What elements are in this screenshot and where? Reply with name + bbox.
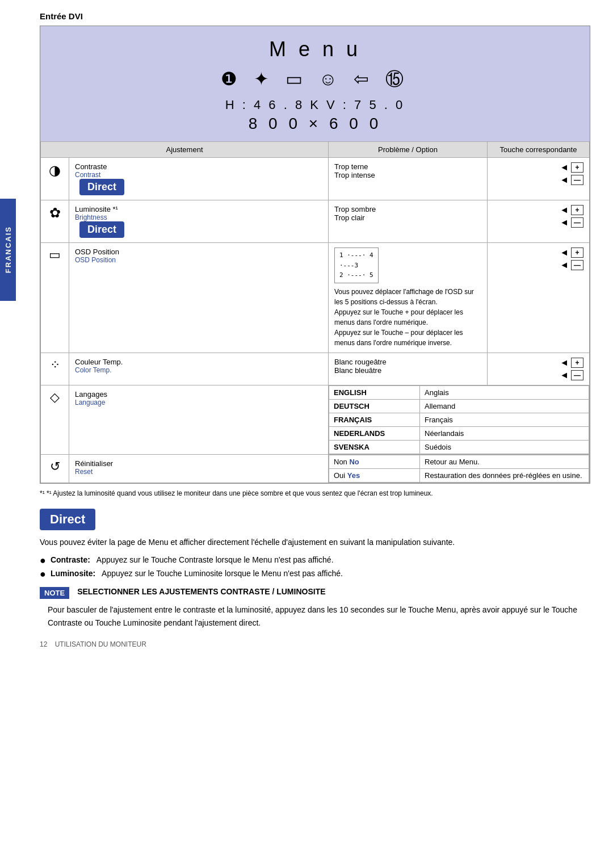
- page-title: Entrée DVI: [40, 11, 590, 21]
- osd-position-grid: 1 ·---· 4 ·---3 2 ·---· 5: [334, 248, 379, 283]
- footnote-text: *¹ Ajustez la luminosité quand vous util…: [47, 489, 433, 497]
- direct-section: Direct Vous pouvez éviter la page de Men…: [40, 509, 590, 629]
- table-row: ◑ Contraste Contrast Direct Trop terne T…: [41, 158, 590, 200]
- osd-cell: OSD Position OSD Position: [69, 243, 329, 353]
- contrast-plus-btn[interactable]: +: [571, 162, 583, 173]
- bullet-contraste-text: Contraste: Appuyez sur le Touche Contras…: [51, 555, 334, 565]
- lang-val-francais: Français: [420, 413, 589, 426]
- brightness-arrow-plus: ◄: [560, 205, 569, 215]
- reset-icon: ↺: [41, 454, 69, 483]
- table-row: ↺ Réinitialiser Reset Non No Retour au M…: [41, 454, 590, 483]
- footer-label: UTILISATION DU MONITEUR: [55, 640, 146, 648]
- menu-icons: ❶ ✦ ▭ ☺ ⇦ ⑮: [46, 67, 584, 92]
- note-label: NOTE: [40, 587, 69, 599]
- contrast-icon: ◑: [41, 158, 69, 200]
- footnote: *¹ *¹ Ajustez la luminosité quand vous u…: [40, 489, 590, 497]
- sidebar-label: FRANCAIS: [4, 226, 12, 273]
- table-row: ▭ OSD Position OSD Position 1 ·---· 4 ·-…: [41, 243, 590, 353]
- table-row: ✿ Luminosite *¹ Brightness Direct Trop s…: [41, 200, 590, 243]
- reset-cell: Réinitialiser Reset: [69, 454, 329, 483]
- menu-header: M e n u ❶ ✦ ▭ ☺ ⇦ ⑮ H : 4 6 . 8 K V : 7 …: [40, 26, 590, 141]
- brightness-minus-btn[interactable]: —: [571, 217, 583, 228]
- osd-label: OSD Position: [75, 248, 322, 256]
- contrast-problems: Trop terne Trop intense: [329, 158, 488, 200]
- list-item: Oui Yes Restauration des données pré-rég…: [329, 468, 589, 482]
- menu-table: Ajustement Problème / Option Touche corr…: [40, 141, 590, 483]
- reset-label: Réinitialiser: [75, 459, 322, 468]
- menu-title: M e n u: [46, 37, 584, 61]
- osd-icon: ▭: [41, 243, 69, 353]
- osd-description: Vous pouvez déplacer l'affichage de l'OS…: [334, 287, 481, 348]
- list-item: Non No Retour au Menu.: [329, 455, 589, 468]
- lang-key-svenska: SVENSKA: [329, 440, 420, 454]
- bullet-dot-2: ●: [40, 569, 46, 579]
- colortemp-arrow-plus: ◄: [560, 358, 569, 368]
- footnote-star: *¹: [40, 489, 45, 497]
- note-title: SELECTIONNER LES AJUSTEMENTS CONTRASTE /…: [77, 587, 325, 596]
- list-item: FRANÇAIS Français: [329, 413, 589, 426]
- reset-non: Non No: [329, 455, 420, 468]
- lang-key-francais: FRANÇAIS: [329, 413, 420, 426]
- lang-val-nederlands: Néerlandais: [420, 426, 589, 440]
- osd-minus-btn[interactable]: —: [571, 260, 583, 270]
- language-sublabel: Language: [75, 399, 322, 406]
- direct-title-btn: Direct: [40, 509, 95, 530]
- contrast-minus-btn[interactable]: —: [571, 175, 583, 185]
- bullet-dot-1: ●: [40, 555, 46, 565]
- table-row: ⁘ Couleur Temp. Color Temp. Blanc rougeâ…: [41, 353, 590, 385]
- footer-page: 12: [40, 640, 47, 648]
- brightness-icon: ✿: [41, 200, 69, 243]
- menu-freq: H : 4 6 . 8 K V : 7 5 . 0: [46, 98, 584, 112]
- language-icon: ◇: [41, 385, 69, 454]
- brightness-controls: ◄ + ◄ —: [488, 200, 590, 243]
- list-item: NEDERLANDS Néerlandais: [329, 426, 589, 440]
- contrast-controls: ◄ + ◄ —: [488, 158, 590, 200]
- contrast-arrow-minus: ◄: [560, 175, 569, 185]
- colortemp-sublabel: Color Temp.: [75, 366, 322, 374]
- language-options: ENGLISH Anglais DEUTSCH Allemand FRANÇAI…: [329, 385, 590, 454]
- colortemp-plus-btn[interactable]: +: [571, 358, 583, 368]
- contrast-direct-btn: Direct: [79, 179, 124, 195]
- list-item: ENGLISH Anglais: [329, 385, 589, 399]
- osd-controls: ◄ + ◄ —: [488, 243, 590, 353]
- reset-non-desc: Retour au Menu.: [420, 455, 589, 468]
- list-item: SVENSKA Suédois: [329, 440, 589, 454]
- language-label: Langages: [75, 390, 322, 399]
- bullet-luminosite: ● Luminosite: Appuyez sur le Touche Lumi…: [40, 569, 590, 579]
- osd-sublabel: OSD Position: [75, 256, 322, 264]
- lang-key-deutsch: DEUTSCH: [329, 399, 420, 413]
- lang-val-svenska: Suédois: [420, 440, 589, 454]
- brightness-problems: Trop sombre Trop clair: [329, 200, 488, 243]
- osd-arrow-minus: ◄: [560, 260, 569, 270]
- colortemp-cell: Couleur Temp. Color Temp.: [69, 353, 329, 385]
- list-item: DEUTSCH Allemand: [329, 399, 589, 413]
- reset-sublabel: Reset: [75, 468, 322, 476]
- contrast-sublabel: Contrast: [75, 171, 322, 179]
- direct-intro: Vous pouvez éviter la page de Menu et af…: [40, 536, 590, 548]
- colortemp-minus-btn[interactable]: —: [571, 370, 583, 380]
- note-text: Pour basculer de l'ajustement entre le c…: [48, 603, 590, 629]
- header-ajustement: Ajustement: [41, 142, 329, 158]
- lang-val-deutsch: Allemand: [420, 399, 589, 413]
- brightness-plus-btn[interactable]: +: [571, 205, 583, 215]
- brightness-label: Luminosite *¹: [75, 205, 322, 213]
- reset-oui-desc: Restauration des données pré-réglées en …: [420, 468, 589, 482]
- bullet-contraste: ● Contraste: Appuyez sur le Touche Contr…: [40, 555, 590, 565]
- table-row: ◇ Langages Language ENGLISH Anglais: [41, 385, 590, 454]
- brightness-arrow-minus: ◄: [560, 217, 569, 228]
- lang-val-english: Anglais: [420, 385, 589, 399]
- main-content-box: M e n u ❶ ✦ ▭ ☺ ⇦ ⑮ H : 4 6 . 8 K V : 7 …: [40, 26, 590, 484]
- lang-key-english: ENGLISH: [329, 385, 420, 399]
- osd-plus-btn[interactable]: +: [571, 248, 583, 258]
- header-touche: Touche correspondante: [488, 142, 590, 158]
- colortemp-icon: ⁘: [41, 353, 69, 385]
- brightness-sublabel: Brightness: [75, 213, 322, 221]
- reset-options: Non No Retour au Menu. Oui Yes Restaurat…: [329, 454, 590, 483]
- contrast-arrow-plus: ◄: [560, 162, 569, 173]
- note-section: NOTE SELECTIONNER LES AJUSTEMENTS CONTRA…: [40, 587, 590, 629]
- colortemp-problems: Blanc rougeâtre Blanc bleuâtre: [329, 353, 488, 385]
- colortemp-label: Couleur Temp.: [75, 358, 322, 366]
- contrast-label: Contraste: [75, 162, 322, 171]
- osd-problems: 1 ·---· 4 ·---3 2 ·---· 5 Vous pouvez dé…: [329, 243, 488, 353]
- page-footer: 12 UTILISATION DU MONITEUR: [40, 640, 590, 648]
